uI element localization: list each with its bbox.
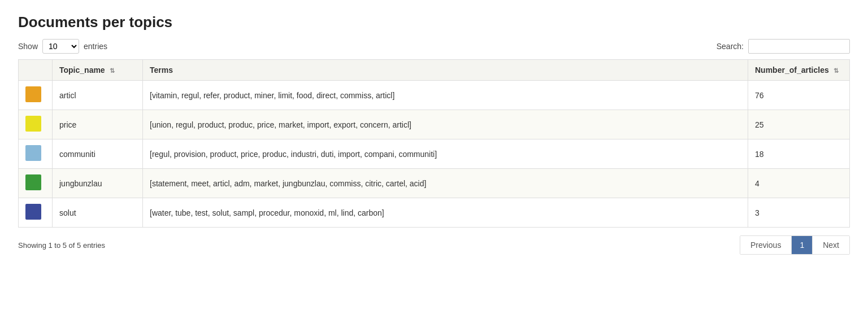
topic-name-cell: jungbunzlau: [53, 169, 143, 198]
color-swatch: [25, 86, 41, 102]
previous-button[interactable]: Previous: [740, 236, 792, 254]
search-label: Search:: [717, 42, 744, 51]
showing-info: Showing 1 to 5 of 5 entries: [18, 241, 105, 250]
sort-icon-topic: ⇅: [110, 67, 115, 75]
table-row: articl[vitamin, regul, refer, product, m…: [19, 81, 850, 110]
color-swatch: [25, 116, 41, 132]
th-articles[interactable]: Number_of_articles ⇅: [748, 60, 850, 81]
controls-bottom: Showing 1 to 5 of 5 entries Previous 1 N…: [18, 235, 850, 255]
table-header-row: Topic_name ⇅ Terms Number_of_articles ⇅: [19, 60, 850, 81]
table-row: jungbunzlau[statement, meet, articl, adm…: [19, 169, 850, 198]
controls-top: Show 10 25 50 100 entries Search:: [18, 39, 850, 54]
data-table: Topic_name ⇅ Terms Number_of_articles ⇅ …: [18, 59, 850, 228]
table-row: communiti[regul, provision, product, pri…: [19, 139, 850, 169]
terms-cell: [regul, provision, product, price, produ…: [143, 139, 748, 169]
color-swatch: [25, 204, 41, 220]
terms-cell: [vitamin, regul, refer, product, miner, …: [143, 81, 748, 110]
show-label: Show: [18, 42, 38, 51]
next-button[interactable]: Next: [813, 236, 849, 254]
pagination: Previous 1 Next: [740, 235, 850, 255]
terms-cell: [statement, meet, articl, adm, market, j…: [143, 169, 748, 198]
th-terms: Terms: [143, 60, 748, 81]
page-title: Documents per topics: [18, 14, 850, 31]
entries-select[interactable]: 10 25 50 100: [42, 39, 79, 54]
color-cell: [19, 139, 53, 169]
th-color: [19, 60, 53, 81]
topic-name-cell: solut: [53, 198, 143, 228]
search-input[interactable]: [748, 39, 850, 54]
articles-cell: 76: [748, 81, 850, 110]
articles-cell: 18: [748, 139, 850, 169]
sort-icon-articles: ⇅: [834, 67, 839, 75]
search-bar: Search:: [717, 39, 850, 54]
articles-cell: 3: [748, 198, 850, 228]
table-row: price[union, regul, product, produc, pri…: [19, 110, 850, 139]
terms-cell: [water, tube, test, solut, sampl, proced…: [143, 198, 748, 228]
color-cell: [19, 81, 53, 110]
entries-label: entries: [84, 42, 107, 51]
th-topic-name[interactable]: Topic_name ⇅: [53, 60, 143, 81]
articles-cell: 25: [748, 110, 850, 139]
articles-cell: 4: [748, 169, 850, 198]
color-cell: [19, 169, 53, 198]
color-swatch: [25, 145, 41, 161]
terms-cell: [union, regul, product, produc, price, m…: [143, 110, 748, 139]
topic-name-cell: articl: [53, 81, 143, 110]
table-row: solut[water, tube, test, solut, sampl, p…: [19, 198, 850, 228]
color-cell: [19, 110, 53, 139]
show-entries-container: Show 10 25 50 100 entries: [18, 39, 107, 54]
color-swatch: [25, 174, 41, 190]
current-page-number[interactable]: 1: [792, 236, 813, 254]
color-cell: [19, 198, 53, 228]
topic-name-cell: price: [53, 110, 143, 139]
topic-name-cell: communiti: [53, 139, 143, 169]
